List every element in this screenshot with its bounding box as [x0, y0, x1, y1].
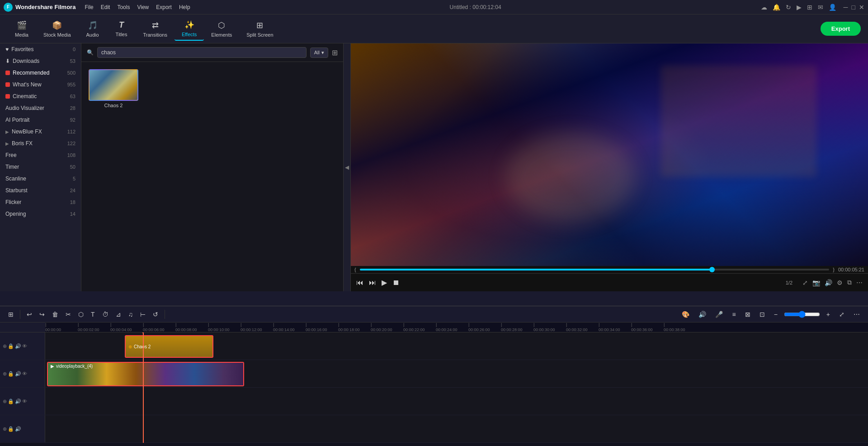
color-match-button[interactable]: 🎨 [679, 309, 692, 320]
tab-effects[interactable]: ✨ Effects [175, 17, 204, 41]
track-audio2-icon-3[interactable]: 🔊 [15, 426, 21, 432]
track-icon-1[interactable]: ⊕ [3, 343, 7, 349]
tab-audio[interactable]: 🎵 Audio [78, 18, 107, 40]
filter-dropdown[interactable]: All ▾ [310, 47, 328, 58]
volume-icon[interactable]: 🔊 [825, 279, 832, 286]
effects-icon: ✨ [184, 20, 194, 30]
sidebar-item-newblue-fx[interactable]: ▶ NewBlue FX 112 [0, 126, 81, 138]
sidebar-item-boris-fx[interactable]: ▶ Boris FX 122 [0, 138, 81, 149]
split-button[interactable]: ⊢ [137, 309, 148, 320]
sidebar-item-downloads[interactable]: ⬇ Downloads 53 [0, 55, 81, 67]
step-back-button[interactable]: ⏭ [369, 279, 376, 287]
export-button[interactable]: Export [821, 22, 861, 36]
undo-button[interactable]: ↩ [24, 309, 35, 320]
message-icon[interactable]: ✉ [818, 4, 823, 11]
delete-button[interactable]: 🗑 [49, 309, 61, 320]
fullscreen-icon[interactable]: ⤢ [802, 279, 808, 286]
close-button[interactable]: ✕ [859, 4, 864, 11]
track-audio2-icon-2[interactable]: 🔒 [8, 426, 14, 432]
track-icon-2[interactable]: 🔒 [8, 343, 14, 349]
audio-sync-button[interactable]: 🔊 [696, 309, 709, 320]
track-video-icon-1[interactable]: ⊕ [3, 371, 7, 377]
track-audio1-icon-1[interactable]: ⊕ [3, 399, 7, 404]
settings-icon[interactable]: ⚙ [837, 279, 843, 286]
sidebar-item-whats-new[interactable]: What's New 955 [0, 79, 81, 90]
search-input[interactable] [97, 47, 307, 58]
play-icon[interactable]: ▶ [797, 4, 802, 11]
splitscreen-icon: ⊞ [256, 20, 263, 30]
speed-button[interactable]: ↺ [150, 309, 161, 320]
tab-split-screen[interactable]: ⊞ Split Screen [239, 18, 280, 40]
menu-help[interactable]: Help [179, 4, 190, 10]
user-icon[interactable]: 👤 [829, 4, 836, 11]
timer-button[interactable]: ⏱ [99, 309, 111, 320]
clip-button[interactable]: ⬡ [75, 309, 86, 320]
maximize-button[interactable]: □ [852, 4, 855, 11]
sidebar-item-ai-portrait[interactable]: AI Portrait 92 [0, 114, 81, 126]
play-button[interactable]: ▶ [382, 278, 387, 287]
effect-item-chaos2[interactable]: Chaos 2 [89, 69, 138, 108]
zoom-in-button[interactable]: + [824, 309, 833, 320]
track-audio1-icon-4[interactable]: 👁 [22, 399, 27, 404]
refresh-icon[interactable]: ↻ [786, 4, 791, 11]
tab-stock-media[interactable]: 📦 Stock Media [36, 18, 78, 40]
track-audio1-icon-3[interactable]: 🔊 [15, 399, 21, 404]
snapshot-icon[interactable]: 📷 [812, 279, 820, 286]
text-button[interactable]: T [88, 309, 98, 320]
skip-back-button[interactable]: ⏮ [356, 279, 363, 287]
sidebar-item-recommended[interactable]: Recommended 500 [0, 67, 81, 79]
track-video-icon-4[interactable]: 👁 [22, 371, 27, 377]
cloud-icon[interactable]: ☁ [761, 4, 767, 11]
sidebar-item-cinematic[interactable]: Cinematic 63 [0, 90, 81, 102]
track-video-icon-3[interactable]: 🔊 [15, 371, 21, 377]
grid-view-button[interactable]: ⊞ [332, 48, 338, 57]
menu-tools[interactable]: Tools [117, 4, 130, 10]
more-options-button[interactable]: ⋯ [851, 309, 863, 320]
menu-export[interactable]: Export [156, 4, 172, 10]
grid-icon[interactable]: ⊞ [807, 4, 812, 11]
add-track-button[interactable]: ⊞ [5, 309, 16, 320]
audio-clip-button[interactable]: ♫ [126, 309, 136, 320]
effect-clip-chaos2[interactable]: ⊕ Chaos 2 [125, 335, 213, 358]
stop-button[interactable]: ⏹ [392, 279, 400, 287]
fit-button[interactable]: ⤢ [836, 309, 847, 320]
sidebar-item-flicker[interactable]: Flicker 18 [0, 196, 81, 208]
more-icon[interactable]: ⋯ [856, 279, 863, 286]
auto-reframe-button[interactable]: ⊠ [742, 309, 753, 320]
caption-button[interactable]: ⊡ [757, 309, 768, 320]
progress-thumb[interactable] [709, 267, 715, 272]
sidebar-item-audio-visualizer[interactable]: Audio Visualizer 28 [0, 102, 81, 114]
track-icon-4[interactable]: 👁 [22, 343, 27, 349]
pip-icon[interactable]: ⧉ [847, 279, 852, 286]
zoom-out-button[interactable]: − [771, 309, 780, 320]
tab-media[interactable]: 🎬 Media [7, 18, 36, 40]
video-clip-main[interactable]: ▶ videoplayback_(4) [47, 362, 244, 386]
equalizer-button[interactable]: ≡ [729, 309, 738, 320]
track-audio1-icon-2[interactable]: 🔒 [8, 399, 14, 404]
sidebar-item-timer[interactable]: Timer 50 [0, 161, 81, 173]
track-video-icon-2[interactable]: 🔒 [8, 371, 14, 377]
tab-transitions[interactable]: ⇄ Transitions [136, 18, 175, 40]
menu-view[interactable]: View [137, 4, 149, 10]
menu-file[interactable]: File [85, 4, 93, 10]
zoom-slider[interactable] [784, 311, 820, 318]
adjust-button[interactable]: ⊿ [113, 309, 124, 320]
minimize-button[interactable]: ─ [844, 4, 848, 11]
redo-button[interactable]: ↪ [37, 309, 47, 320]
sidebar-item-starburst[interactable]: Starburst 24 [0, 185, 81, 196]
track-icon-3[interactable]: 🔊 [15, 343, 21, 349]
tab-titles[interactable]: T Titles [107, 18, 136, 40]
tab-elements[interactable]: ⬡ Elements [204, 18, 239, 40]
menu-edit[interactable]: Edit [101, 4, 110, 10]
sidebar-item-opening[interactable]: Opening 14 [0, 208, 81, 220]
sidebar-item-free[interactable]: Free 108 [0, 149, 81, 161]
cut-button[interactable]: ✂ [63, 309, 74, 320]
panel-collapse-button[interactable]: ◀ [344, 43, 351, 291]
voice-button[interactable]: 🎤 [712, 309, 726, 320]
bell-icon[interactable]: 🔔 [773, 4, 780, 11]
sidebar-item-favorites[interactable]: ♥ Favorites 0 [0, 43, 81, 55]
sidebar-item-scanline[interactable]: Scanline 5 [0, 173, 81, 185]
effect-thumbnail[interactable] [89, 69, 138, 101]
progress-track[interactable] [360, 269, 830, 270]
track-audio2-icon-1[interactable]: ⊕ [3, 426, 7, 432]
